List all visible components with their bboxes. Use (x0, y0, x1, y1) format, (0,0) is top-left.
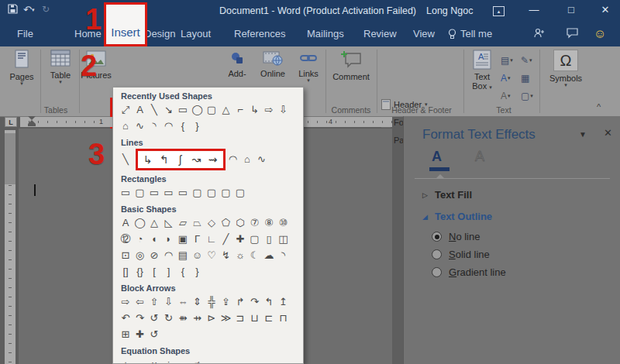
redo-button[interactable]: ↻ (42, 4, 50, 15)
signature-line-button[interactable]: ✎▾ (521, 51, 541, 69)
shape-isosceles-triangle[interactable]: △ (220, 104, 232, 116)
shape-right-brace[interactable]: } (191, 120, 204, 132)
shape-hexagon[interactable]: ⬡ (234, 217, 246, 229)
shape-round-single-corner-rectangle[interactable]: ▢ (205, 187, 218, 199)
shape-teardrop[interactable]: ◗ (163, 233, 175, 246)
shape-math-not-equal[interactable]: ≠ (191, 359, 204, 364)
shape-right-bracket[interactable]: ] (163, 266, 175, 278)
minimize-button[interactable]: — (524, 4, 544, 15)
share-icon[interactable] (533, 27, 546, 39)
shape-bent-up-arrow[interactable]: ↥ (277, 296, 290, 308)
shape-notched-right-arrow[interactable]: ⇸ (191, 312, 204, 325)
shape-right-triangle[interactable]: ◺ (163, 217, 175, 229)
shape-curved-left-arrow[interactable]: ↶ (119, 312, 132, 325)
shape-line[interactable]: ╲ (148, 104, 160, 116)
shape-picture-frame[interactable]: ⊡ (119, 249, 132, 262)
shape-heptagon[interactable]: ⑦ (249, 217, 261, 229)
shape-up-arrow-callout[interactable]: ⊓ (277, 312, 290, 325)
table-button[interactable]: Table▾ (43, 50, 78, 84)
tab-layout[interactable]: Layout (181, 28, 211, 39)
shape-double-bracket[interactable]: [] (119, 266, 132, 278)
quick-parts-button[interactable]: ▤▾ (501, 51, 521, 69)
shape-circular-arrow[interactable]: ↺ (148, 328, 160, 341)
shape-cube[interactable]: ◫ (277, 233, 290, 246)
shape-down-arrow[interactable]: ⇩ (277, 104, 290, 116)
shape-curved-down-arrow[interactable]: ↻ (163, 312, 175, 325)
collapse-ribbon-button[interactable]: ^ (597, 102, 601, 112)
shape-cloud[interactable]: ☁ (263, 249, 275, 262)
shape-snip-single-corner-rectangle[interactable]: ▭ (148, 187, 160, 199)
shape-text-box[interactable]: A (119, 217, 132, 229)
shape-oval[interactable]: ◯ (134, 217, 146, 229)
shape-l-shape[interactable]: ∟ (205, 233, 218, 246)
shape-curved-connector[interactable]: ʃ (174, 153, 187, 166)
shape-octagon[interactable]: ⑧ (263, 217, 275, 229)
shape-heart[interactable]: ♡ (205, 249, 218, 262)
tab-file[interactable]: File (17, 28, 33, 39)
shape-down-arrow-callout[interactable]: ⊔ (249, 312, 261, 325)
shape-round-diagonal-corner-rectangle[interactable]: ▢ (234, 187, 246, 199)
shape-right-arrow-callout[interactable]: ⊐ (234, 312, 246, 325)
comment-button[interactable]: Comment (329, 50, 374, 81)
shape-left-arrow[interactable]: ⇦ (134, 296, 146, 308)
shape-dodecagon[interactable]: ⑫ (119, 233, 132, 246)
shape-curve[interactable]: ◠ (227, 153, 239, 166)
shape-decagon[interactable]: ⑩ (277, 217, 290, 229)
shape-folded-corner[interactable]: ▤ (177, 249, 189, 262)
shape-oval[interactable]: ◯ (191, 104, 204, 116)
shape-cross[interactable]: ✚ (234, 233, 246, 246)
ribbon-display-options-button[interactable]: ▴ (493, 6, 505, 16)
shape-lightning-bolt[interactable]: ↯ (220, 249, 232, 262)
object-button[interactable]: ▢▾ (521, 87, 541, 105)
shape-can[interactable]: ▯ (263, 233, 275, 246)
shape-curve[interactable]: ◠ (163, 120, 175, 132)
online-video-button[interactable]: Online (256, 50, 290, 78)
shape-plaque[interactable]: ▢ (249, 233, 261, 246)
undo-button[interactable]: ↶▾ (23, 4, 34, 15)
shape-right-arrow[interactable]: ⇨ (263, 104, 275, 116)
pane-options-caret[interactable]: ▼ (579, 130, 587, 139)
shape-up-down-arrow[interactable]: ⇕ (191, 296, 204, 308)
shape-elbow-arrow-connector[interactable]: ↳ (142, 153, 154, 166)
shape-right-brace[interactable]: } (191, 266, 204, 278)
shape-left-right-up-arrow[interactable]: ⇪ (220, 296, 232, 308)
shape-curved-arrow-connector[interactable]: ↝ (191, 153, 203, 166)
signed-in-user[interactable]: Long Ngoc (426, 5, 473, 16)
shape-elbow-arrow-connector[interactable]: ↳ (249, 104, 261, 116)
shape-trapezoid[interactable]: ⏢ (191, 217, 204, 229)
shape-rectangle[interactable]: ▭ (177, 104, 189, 116)
shape-left-bracket[interactable]: [ (148, 266, 160, 278)
shape-block-arc[interactable]: ◠ (163, 249, 175, 262)
shape-snip-diagonal-corner-rectangle[interactable]: ▭ (177, 187, 189, 199)
indent-markers[interactable] (28, 116, 36, 128)
shape-up-arrow[interactable]: ⇧ (148, 296, 160, 308)
shape-half-frame[interactable]: Γ (191, 233, 204, 246)
shape-regular-pentagon[interactable]: ⬠ (220, 217, 232, 229)
shape-curved-double-arrow-connector[interactable]: ⇝ (207, 153, 219, 166)
shape-down-arrow[interactable]: ⇩ (163, 296, 175, 308)
close-button[interactable]: ✕ (595, 4, 615, 15)
shape-curved-up-arrow[interactable]: ↺ (148, 312, 160, 325)
shape-moon[interactable]: ☾ (249, 249, 261, 262)
shape-smiley-face[interactable]: ☺ (191, 249, 204, 262)
shape-quad-arrow-callout[interactable]: ✚ (134, 328, 146, 341)
pane-section-text-outline[interactable]: ◢Text Outline (422, 211, 492, 222)
shape-scribble[interactable]: ∿ (134, 120, 146, 132)
shape-math-plus[interactable]: + (119, 359, 132, 364)
shape-left-up-arrow[interactable]: ↰ (263, 296, 275, 308)
shape-elbow-double-arrow-connector[interactable]: ↰ (158, 153, 170, 166)
add-ins-button[interactable]: Add- (220, 50, 254, 78)
shape-text-box[interactable]: A (134, 104, 146, 116)
shape-u-turn-arrow[interactable]: ↷ (249, 296, 261, 308)
feedback-smiley-icon[interactable]: ☺ (594, 27, 606, 41)
shape-chord[interactable]: ◖ (148, 233, 160, 246)
shape-arc[interactable]: ◝ (277, 249, 290, 262)
shape-math-division[interactable]: ÷ (163, 359, 175, 364)
shape-left-arrow-callout[interactable]: ⊏ (263, 312, 275, 325)
comments-icon[interactable] (566, 27, 579, 39)
tab-insert[interactable]: Insert (111, 26, 140, 39)
maximize-button[interactable]: □ (561, 4, 581, 15)
shape-rounded-rectangle[interactable]: ▢ (205, 104, 218, 116)
tab-view[interactable]: View (413, 28, 435, 39)
shape-left-brace[interactable]: { (177, 120, 189, 132)
